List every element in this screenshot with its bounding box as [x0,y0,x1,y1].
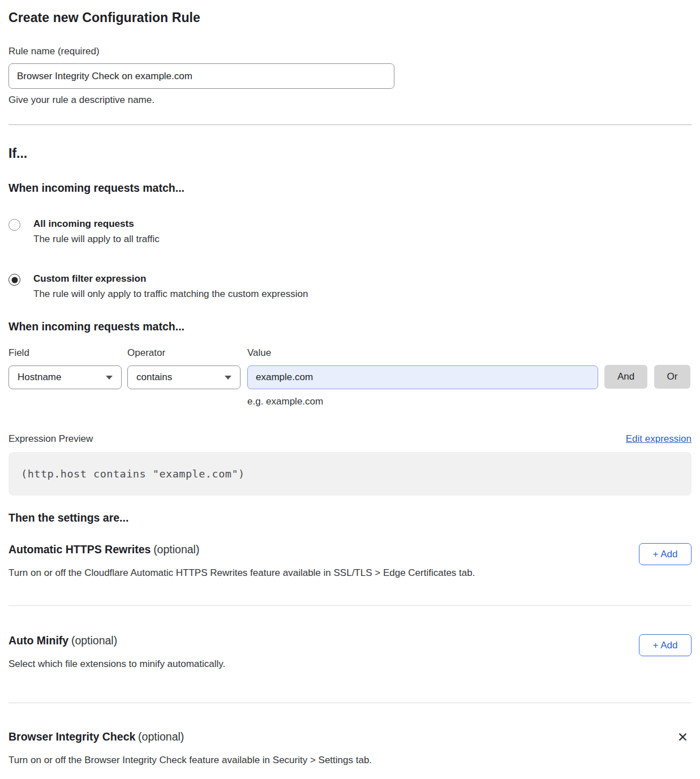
expression-code: (http.host contains "example.com") [21,468,245,480]
expression-preview-box: (http.host contains "example.com") [8,452,692,496]
rule-name-helper: Give your rule a descriptive name. [8,94,692,106]
create-configuration-rule-page: Create new Configuration Rule Rule name … [0,0,700,779]
operator-select-value: contains [136,372,172,383]
expression-builder-row: Field Hostname Operator contains Value e… [8,347,692,407]
radio-option-all-requests[interactable]: All incoming requests The rule will appl… [8,218,692,245]
setting-description: Turn on or off the Browser Integrity Che… [8,755,674,766]
operator-column: Operator contains [127,347,241,389]
field-column: Field Hostname [8,347,122,389]
page-title: Create new Configuration Rule [8,10,692,25]
rule-name-label: Rule name (required) [8,46,692,57]
and-button[interactable]: And [604,365,647,389]
chevron-down-icon [225,376,231,380]
value-label: Value [247,347,598,359]
operator-select[interactable]: contains [127,365,241,389]
setting-texts: Auto Minify (optional) Select which file… [8,634,225,670]
setting-title: Auto Minify [8,634,68,647]
setting-optional-tag: (optional) [138,730,184,743]
expression-builder-heading: When incoming requests match... [8,320,692,333]
setting-description: Turn on or off the Cloudflare Automatic … [8,567,475,579]
setting-optional-tag: (optional) [153,543,199,556]
radio-option-label[interactable]: All incoming requests [33,218,160,230]
setting-title-line: Browser Integrity Check (optional) [8,730,674,743]
expression-preview-label: Expression Preview [8,433,93,445]
add-button[interactable]: + Add [639,634,692,656]
rule-name-input[interactable] [8,63,394,89]
setting-browser-integrity-check: Browser Integrity Check (optional) Turn … [8,730,692,779]
setting-texts: Browser Integrity Check (optional) Turn … [8,730,674,779]
radio-option-texts: All incoming requests The rule will appl… [33,218,160,245]
add-button[interactable]: + Add [639,543,692,565]
field-label: Field [8,347,122,359]
value-helper: e.g. example.com [247,396,598,407]
setting-title: Automatic HTTPS Rewrites [8,543,151,556]
setting-auto-minify: Auto Minify (optional) Select which file… [8,634,692,670]
close-icon[interactable]: ✕ [674,730,692,744]
value-input[interactable] [247,365,598,389]
setting-texts: Automatic HTTPS Rewrites (optional) Turn… [8,543,475,579]
edit-expression-link[interactable]: Edit expression [626,433,692,445]
field-select-value: Hostname [18,372,61,383]
radio-option-description: The rule will only apply to traffic matc… [33,289,308,300]
expression-preview-header: Expression Preview Edit expression [8,433,692,445]
setting-description: Select which file extensions to minify a… [8,659,225,670]
radio-option-description: The rule will apply to all traffic [33,234,160,245]
setting-title-line: Automatic HTTPS Rewrites (optional) [8,543,475,556]
radio-option-label[interactable]: Custom filter expression [33,273,308,285]
or-button[interactable]: Or [654,365,690,389]
radio-option-texts: Custom filter expression The rule will o… [33,273,308,300]
if-heading: If... [8,146,692,161]
settings-heading: Then the settings are... [8,511,692,524]
setting-title-line: Auto Minify (optional) [8,634,225,647]
value-column: Value e.g. example.com [247,347,598,407]
field-select[interactable]: Hostname [8,365,122,389]
chevron-down-icon [106,376,113,380]
operator-label: Operator [127,347,241,359]
section-divider [8,124,692,125]
radio-button-unselected[interactable] [8,219,20,231]
match-heading: When incoming requests match... [8,182,692,195]
radio-option-custom-filter[interactable]: Custom filter expression The rule will o… [8,273,692,300]
setting-title: Browser Integrity Check [8,730,135,743]
setting-optional-tag: (optional) [71,634,117,647]
setting-automatic-https-rewrites: Automatic HTTPS Rewrites (optional) Turn… [8,543,692,579]
radio-button-selected[interactable] [8,274,20,286]
